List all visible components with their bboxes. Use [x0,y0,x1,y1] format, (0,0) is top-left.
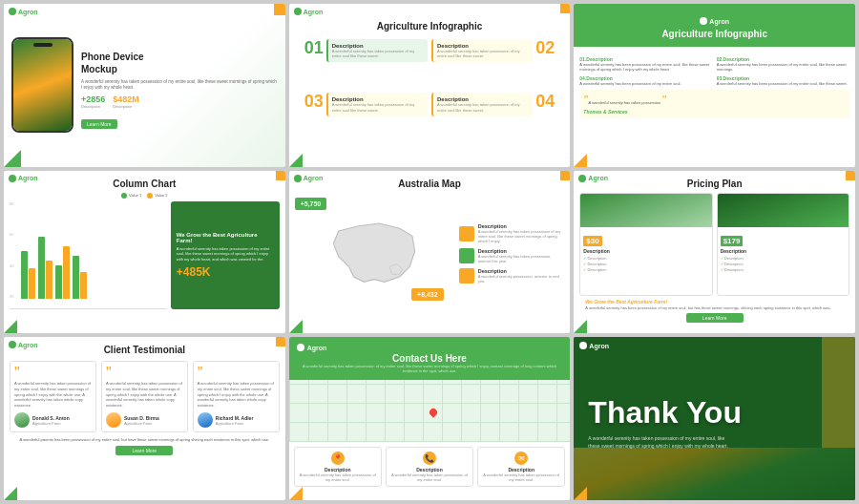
inf-item-3: 03 Description A wonderful serenity has … [304,93,428,142]
corner-deco7 [4,487,17,500]
slide-phone-mockup: Agron Phone Device Mockup A wonderful se… [4,4,285,167]
australia-svg [317,216,431,292]
plan2-image [718,194,849,227]
legend-item-1: Value 1 [121,193,141,199]
corner-deco9 [574,487,587,500]
bar-1a [21,251,28,299]
mockup-content: Phone Device Mockup A wonderful serenity… [81,41,278,131]
slide7-title: Client Testimonial [10,345,280,355]
slide-title: Phone Device Mockup [81,51,278,75]
logo-6: Agron [578,175,608,182]
test-text-3: A wonderful serenity has taken possessio… [198,381,275,408]
corner-yellow5 [560,171,570,180]
bar-group-1 [21,251,35,299]
corner-yellow6 [846,171,855,180]
inf-item-1: 01 Description A wonderful serenity has … [304,39,428,89]
plan2-body: $179 Description Description Description… [718,227,849,276]
slide-map: Agron Australia Map +5,750 +8,432 Descri… [289,171,571,334]
desc-item-1: 01.Description A wonderful serenity has … [579,56,712,72]
bar-chart: 80 60 40 20 [10,201,167,310]
bar-3a [55,265,62,299]
contact-item-3: ✉ Description A wonderful serenity has t… [477,447,565,487]
slide3-title: Agriculture Infographic [581,29,848,39]
bar-4b [80,272,87,299]
quote-mark-2: " [106,366,183,381]
corner-yellow-decoration [274,4,285,15]
map-side: Description A wonderful serenity has tak… [459,193,565,316]
plan-2: $179 Description Description Description… [717,193,849,297]
map-content: +5,750 +8,432 Description A wonderful se… [295,193,565,316]
person-info-3: Richard M. Adler Agriculture Farm [216,415,254,426]
slide6-title: Pricing Plan [579,178,849,189]
plan2-price: $179 [721,236,744,246]
bar-group-4 [73,256,87,299]
quote-mark-3: " [198,366,275,381]
slide-grid: Agron Phone Device Mockup A wonderful se… [0,0,859,504]
testimonial-2: " A wonderful serenity has taken possess… [101,361,188,432]
logo-3: Agron [700,17,729,25]
inf-box-2: Description A wonderful serenity has tak… [431,39,533,62]
slide-desc: A wonderful serenity has taken possessio… [81,79,278,92]
pricing-learn-more[interactable]: Learn More [686,313,744,323]
plan1-body: $30 Description Description Description … [580,227,711,276]
plan-1: $30 Description Description Description … [579,193,712,297]
logo-5: Agron [294,175,324,182]
pricing-quote: We Grow the Best Agriculture Farm! A won… [579,299,849,310]
contact-map [289,380,571,442]
side-item-1: Description A wonderful serenity has tak… [459,223,565,243]
bar-3b [63,246,70,299]
side-text-1: Description A wonderful serenity has tak… [478,223,565,243]
australia-map-area: +5,750 +8,432 [295,193,453,316]
thankyou-subtitle: A wonderful serenity has taken possessio… [588,435,731,450]
thankyou-content: Thank You A wonderful serenity has taken… [574,337,855,500]
contact-item-2: 📞 Description A wonderful serenity has t… [386,447,473,487]
test-person-1: Donald S. Anton Agriculture Farm [14,412,92,428]
contact-item-1: 📍 Description A wonderful serenity has t… [294,447,382,487]
slide4-title: Column Chart [10,178,280,189]
slide-contact: Agron Contact Us Here A wonderful sereni… [289,337,571,500]
corner-yellow2 [560,4,570,13]
side-text-3: Description A wonderful serenity possess… [478,268,565,284]
corner-yellow7 [276,337,285,346]
email-icon: ✉ [514,452,528,465]
inf-box-3: Description A wonderful serenity has tak… [326,93,428,116]
side-text-2: Description A wonderful serenity has tak… [478,248,565,263]
corner-deco3 [574,154,587,167]
location-icon: 📍 [331,452,345,465]
bar-group-2 [38,237,52,299]
side-icon-3 [459,268,474,284]
learn-more-button[interactable]: Learn More [81,119,117,129]
inf-item-4: Description A wonderful serenity has tak… [431,93,555,142]
desc-item-3: 04.Description A wonderful serenity has … [579,75,712,86]
side-icon-1 [459,226,474,242]
corner-deco8 [289,487,303,500]
bar-4a [73,256,79,299]
plan1-image [580,194,711,227]
inf-item-2: Description A wonderful serenity has tak… [431,39,555,89]
plan1-price: $30 [583,236,601,246]
avatar-2 [106,412,121,428]
test-person-3: Richard M. Adler Agriculture Farm [198,412,275,428]
slide-chart: Agron Column Chart Value 1 Value 2 80 60… [4,171,285,334]
map-stat-2: +8,432 [411,288,444,301]
footer-quote: A wonderful serenity has taken possessio… [589,100,661,105]
quote-mark-1: " [14,366,92,381]
stat-1: +2856 Description [81,94,105,109]
contact-subtitle: A wonderful serenity has taken possessio… [297,364,563,373]
logo-2: Agron [294,8,324,15]
corner-deco5 [289,320,303,333]
stat-2: $482M Description [113,94,139,109]
slide-testimonial: Agron Client Testimonial " A wonderful s… [4,337,285,500]
plan2-label: Description [721,248,846,254]
corner-deco2 [289,154,303,167]
slide-thankyou: Agron Thank You A wonderful serenity has… [574,337,855,500]
logo-1: Agron [9,8,38,15]
contact-title: Contact Us Here [297,353,563,364]
bar-2a [38,237,45,299]
thankyou-title: Thank You [588,397,841,428]
testimonial-learn-more[interactable]: Learn More [115,446,173,455]
slide2-title: Agriculture Infographic [304,21,555,32]
corner-yellow4 [276,171,285,180]
corner-decoration [4,150,21,167]
testimonial-1: " A wonderful serenity has taken possess… [10,361,96,432]
